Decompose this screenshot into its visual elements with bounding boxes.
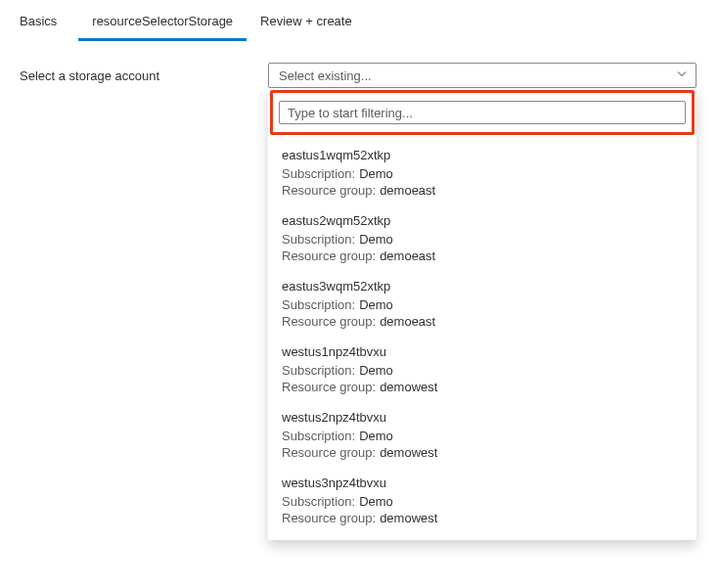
storage-option[interactable]: eastus2wqm52xtkpSubscription: DemoResour… — [268, 206, 697, 272]
option-name: eastus1wqm52xtkp — [282, 148, 683, 162]
storage-account-dropdown: eastus1wqm52xtkpSubscription: DemoResour… — [268, 88, 697, 540]
option-resource-group: Resource group: demowest — [282, 511, 683, 525]
tab-basics[interactable]: Basics — [20, 14, 78, 41]
storage-account-label: Select a storage account — [20, 63, 268, 83]
option-resource-group: Resource group: demowest — [282, 380, 683, 394]
filter-highlight-box — [270, 90, 695, 135]
option-subscription: Subscription: Demo — [282, 297, 683, 312]
filter-input[interactable] — [279, 101, 686, 124]
select-placeholder-text: Select existing... — [279, 68, 372, 83]
option-subscription: Subscription: Demo — [282, 166, 683, 181]
option-resource-group: Resource group: demoeast — [282, 183, 683, 198]
option-list: eastus1wqm52xtkpSubscription: DemoResour… — [268, 141, 697, 540]
storage-account-row: Select a storage account Select existing… — [0, 41, 719, 88]
storage-account-select[interactable]: Select existing... — [268, 63, 697, 88]
option-resource-group: Resource group: demowest — [282, 445, 683, 460]
storage-option[interactable]: eastus3wqm52xtkpSubscription: DemoResour… — [268, 272, 697, 338]
option-name: eastus3wqm52xtkp — [282, 279, 683, 294]
storage-option[interactable]: westus3npz4tbvxuSubscription: DemoResour… — [268, 469, 697, 534]
option-name: eastus2wqm52xtkp — [282, 213, 683, 228]
tabs-bar: Basics resourceSelectorStorage Review + … — [0, 0, 719, 41]
option-subscription: Subscription: Demo — [282, 494, 683, 509]
storage-option[interactable]: westus2npz4tbvxuSubscription: DemoResour… — [268, 403, 697, 469]
chevron-down-icon — [676, 68, 688, 83]
option-subscription: Subscription: Demo — [282, 232, 683, 247]
tab-review-create[interactable]: Review + create — [247, 14, 366, 41]
storage-option[interactable]: westus1npz4tbvxuSubscription: DemoResour… — [268, 338, 697, 403]
option-subscription: Subscription: Demo — [282, 363, 683, 378]
tab-resource-selector-storage[interactable]: resourceSelectorStorage — [78, 14, 247, 41]
option-resource-group: Resource group: demoeast — [282, 314, 683, 329]
option-name: westus2npz4tbvxu — [282, 410, 683, 425]
storage-option[interactable]: eastus1wqm52xtkpSubscription: DemoResour… — [268, 141, 697, 206]
option-subscription: Subscription: Demo — [282, 429, 683, 443]
option-name: westus1npz4tbvxu — [282, 344, 683, 359]
option-name: westus3npz4tbvxu — [282, 475, 683, 490]
storage-account-select-wrap: Select existing... eastus1wqm52xtkpSubsc… — [268, 63, 697, 88]
option-resource-group: Resource group: demoeast — [282, 249, 683, 263]
